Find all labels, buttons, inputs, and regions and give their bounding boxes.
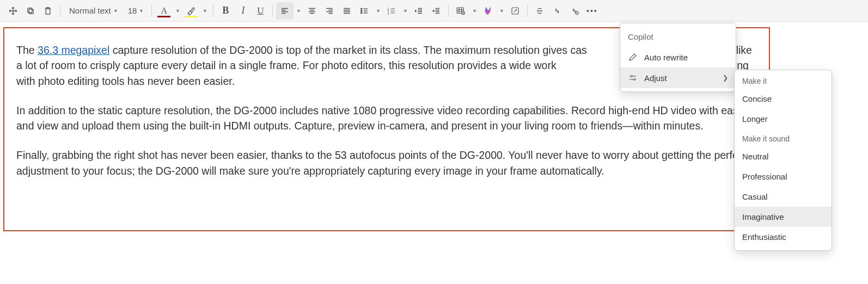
highlight-color-button[interactable] [182, 2, 200, 20]
decrease-indent-button[interactable] [410, 2, 427, 20]
copilot-menu: Copilot Auto rewrite Adjust ❯ [620, 23, 736, 92]
increase-indent-button[interactable] [427, 2, 445, 20]
adjust-label: Adjust [644, 73, 667, 83]
align-chevron[interactable]: ▾ [294, 2, 303, 20]
paragraph-2: In addition to the static capture resolu… [16, 103, 757, 134]
concise-item[interactable]: Concise [735, 89, 832, 109]
font-size-select[interactable]: 18 ▾ [123, 2, 149, 20]
svg-point-3 [361, 10, 362, 11]
copilot-button[interactable] [479, 2, 497, 20]
align-left-button[interactable] [276, 2, 294, 20]
sliders-icon [628, 73, 638, 83]
insert-link-button[interactable] [548, 2, 566, 20]
highlight-color-bar [185, 16, 198, 17]
enthusiastic-item[interactable]: Enthusiastic [735, 227, 832, 247]
font-color-button[interactable]: A [155, 2, 173, 20]
separator [527, 5, 528, 17]
formatting-toolbar: Normal text ▾ 18 ▾ A ▾ ▾ B I U ▾ ▾ [0, 0, 868, 22]
underline-button[interactable]: U [252, 2, 269, 20]
bold-button[interactable]: B [217, 2, 234, 20]
align-right-button[interactable] [321, 2, 338, 20]
numbered-list-button[interactable]: 1 2 3 [383, 2, 400, 20]
neutral-item[interactable]: Neutral [735, 146, 832, 166]
separator [272, 5, 273, 17]
svg-point-2 [361, 8, 362, 9]
auto-rewrite-item[interactable]: Auto rewrite [620, 47, 736, 67]
insert-table-button[interactable] [452, 2, 469, 20]
delete-icon[interactable] [39, 2, 57, 20]
align-center-button[interactable] [303, 2, 321, 20]
svg-text:3: 3 [388, 11, 389, 15]
italic-button[interactable]: I [234, 2, 252, 20]
chevron-down-icon: ▾ [140, 8, 143, 14]
bulleted-list-button[interactable] [356, 2, 373, 20]
svg-point-12 [631, 76, 632, 77]
auto-rewrite-label: Auto rewrite [644, 53, 688, 62]
bulleted-list-chevron[interactable]: ▾ [373, 2, 383, 20]
paragraph-3: Finally, grabbing the right shot has nev… [16, 147, 757, 178]
adjust-item[interactable]: Adjust ❯ [620, 67, 736, 88]
move-icon[interactable] [4, 2, 22, 20]
font-color-bar [157, 16, 170, 17]
svg-rect-0 [29, 9, 33, 14]
paragraph-style-label: Normal text [69, 6, 111, 15]
svg-point-4 [361, 12, 362, 13]
chevron-down-icon: ▾ [114, 8, 117, 14]
professional-item[interactable]: Professional [735, 166, 832, 187]
strikethrough-button[interactable] [531, 2, 548, 20]
highlight-color-chevron[interactable]: ▾ [200, 2, 210, 20]
clear-formatting-button[interactable] [566, 2, 583, 20]
make-it-sound-header: Make it sound [735, 129, 832, 146]
font-size-value: 18 [128, 6, 137, 15]
separator [151, 5, 152, 17]
chevron-right-icon: ❯ [723, 74, 728, 82]
copy-icon[interactable] [22, 2, 39, 20]
font-color-chevron[interactable]: ▾ [173, 2, 182, 20]
more-options-button[interactable]: ••• [583, 2, 601, 20]
separator [448, 5, 449, 17]
casual-item[interactable]: Casual [735, 187, 832, 207]
copilot-menu-title: Copilot [620, 24, 736, 47]
make-it-header: Make it [735, 71, 832, 89]
copilot-chevron[interactable]: ▾ [497, 2, 506, 20]
hyperlink-megapixel[interactable]: 36.3 megapixel [38, 44, 109, 56]
separator [60, 5, 60, 17]
svg-point-13 [634, 79, 635, 81]
longer-item[interactable]: Longer [735, 109, 832, 129]
numbered-list-chevron[interactable]: ▾ [400, 2, 410, 20]
paragraph-style-select[interactable]: Normal text ▾ [64, 2, 123, 20]
imaginative-item[interactable]: Imaginative [735, 207, 832, 227]
svg-rect-1 [28, 8, 32, 12]
separator [213, 5, 213, 17]
rewrite-icon[interactable] [506, 2, 524, 20]
adjust-submenu: Make it Concise Longer Make it sound Neu… [734, 70, 832, 251]
pen-icon [628, 52, 638, 62]
insert-table-chevron[interactable]: ▾ [469, 2, 479, 20]
align-justify-button[interactable] [338, 2, 356, 20]
